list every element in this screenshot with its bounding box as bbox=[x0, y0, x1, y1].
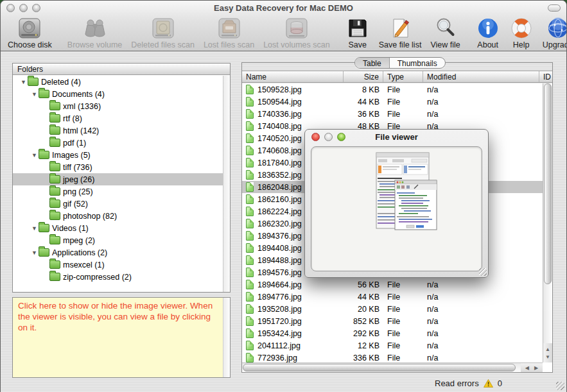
toolbar-button-browse-volume: Browse volume bbox=[63, 15, 126, 51]
file-icon bbox=[246, 341, 254, 350]
column-header-type[interactable]: Type bbox=[383, 71, 423, 82]
sidebar-item-zip-compressed-2[interactable]: zip-compressed (2) bbox=[13, 271, 223, 283]
column-header-size[interactable]: Size bbox=[344, 71, 383, 82]
file-name-cell: 772936.jpg bbox=[242, 353, 344, 362]
folders-scrollbar[interactable] bbox=[223, 76, 230, 292]
file-name: 1862048.jpg bbox=[257, 183, 302, 192]
sidebar-item-rtf-8[interactable]: rtf (8) bbox=[13, 112, 223, 124]
toolbar-button-choose-disk[interactable]: Choose disk bbox=[3, 15, 57, 51]
titlebar[interactable]: Easy Data Recovery for Mac DEMO bbox=[1, 1, 566, 15]
sidebar-item-pdf-1[interactable]: pdf (1) bbox=[13, 137, 223, 149]
folder-icon bbox=[49, 114, 60, 123]
folder-icon bbox=[49, 175, 60, 183]
sidebar-item-tiff-736[interactable]: tiff (736) bbox=[13, 161, 223, 173]
table-vertical-scrollbar[interactable] bbox=[543, 83, 552, 362]
file-name: 1836352.jpg bbox=[257, 171, 302, 180]
scroll-right-icon[interactable]: ▶ bbox=[534, 365, 538, 371]
disclosure-triangle-icon[interactable]: ▼ bbox=[30, 91, 39, 98]
sidebar-item-jpeg-26[interactable]: jpeg (26) bbox=[13, 173, 223, 185]
file-size: 20 KB bbox=[344, 305, 383, 314]
disclosure-triangle-icon[interactable]: ▼ bbox=[30, 152, 39, 158]
scrollbar-corner bbox=[543, 362, 552, 372]
table-row[interactable]: 1953424.jpg292 KBFilen/a bbox=[242, 327, 543, 339]
scroll-down-icon[interactable]: ▼ bbox=[545, 354, 550, 360]
table-row[interactable]: 2041112.jpg12 KBFilen/a bbox=[242, 339, 543, 352]
disclosure-triangle-icon[interactable]: ▼ bbox=[30, 250, 39, 256]
file-icon bbox=[246, 194, 254, 204]
scroll-left-icon[interactable]: ◀ bbox=[525, 365, 529, 371]
scroll-up-icon[interactable]: ▲ bbox=[545, 346, 550, 352]
disclosure-triangle-icon[interactable]: ▼ bbox=[19, 79, 28, 85]
vertical-scroll-thumb[interactable] bbox=[544, 83, 552, 284]
disclosure-triangle-icon[interactable]: ▼ bbox=[30, 225, 39, 232]
sidebar-item-label: xml (1336) bbox=[63, 102, 101, 111]
hard-drive-icon bbox=[17, 16, 42, 40]
table-row[interactable]: 1509544.jpg44 KBFilen/a bbox=[242, 96, 543, 108]
file-name: 1953424.jpg bbox=[257, 329, 302, 338]
folder-icon bbox=[49, 273, 60, 281]
floppy-disk-icon bbox=[345, 16, 370, 40]
toolbar-button-upgrade[interactable]: Upgrade bbox=[538, 15, 567, 51]
note-scrollbar[interactable] bbox=[223, 298, 230, 377]
table-horizontal-scrollbar[interactable] bbox=[242, 362, 521, 372]
file-viewer-titlebar[interactable]: File viewer bbox=[305, 130, 488, 144]
vertical-scroll-arrows[interactable]: ▲ ▼ bbox=[543, 343, 552, 362]
tab-thumbnails[interactable]: Thumbnails bbox=[389, 58, 445, 68]
table-row[interactable]: 772936.jpg336 KBFilen/a bbox=[242, 352, 543, 362]
file-icon bbox=[246, 231, 254, 241]
toolbar-button-help[interactable]: Help bbox=[505, 15, 538, 51]
folder-tree: ▼Deleted (4)▼Documents (4)xml (1336)rtf … bbox=[13, 76, 223, 292]
file-icon bbox=[246, 158, 254, 167]
preview-thumbnail bbox=[376, 152, 437, 243]
sidebar-item-label: mpeg (2) bbox=[63, 236, 95, 245]
toolbar-button-label: Browse volume bbox=[67, 40, 122, 49]
sidebar-item-images-5[interactable]: ▼Images (5) bbox=[13, 149, 223, 161]
sidebar-item-msexcel-1[interactable]: msexcel (1) bbox=[13, 259, 223, 271]
sidebar-item-gif-52[interactable]: gif (52) bbox=[13, 198, 223, 210]
sidebar-item-applications-2[interactable]: ▼Applications (2) bbox=[13, 246, 223, 259]
toolbar-button-save-file-list[interactable]: Save file list bbox=[374, 15, 426, 51]
sidebar-item-xml-1336[interactable]: xml (1336) bbox=[13, 100, 223, 112]
sidebar-item-photoshop-82[interactable]: photoshop (82) bbox=[13, 210, 223, 222]
column-header-id[interactable]: ID bbox=[539, 71, 552, 82]
file-name: 1740336.jpg bbox=[257, 110, 302, 119]
table-row[interactable]: 1894776.jpg44 KBFilen/a bbox=[242, 291, 543, 303]
sidebar-item-mpeg-2[interactable]: mpeg (2) bbox=[13, 234, 223, 246]
toolbar-button-view-file[interactable]: View file bbox=[426, 15, 464, 51]
pencil-page-icon bbox=[388, 16, 412, 40]
window-title: Easy Data Recovery for Mac DEMO bbox=[1, 3, 566, 13]
sidebar-item-deleted-4[interactable]: ▼Deleted (4) bbox=[13, 76, 223, 88]
file-viewer-content[interactable] bbox=[311, 146, 482, 271]
window-resize-grip[interactable] bbox=[556, 382, 564, 390]
file-icon bbox=[246, 316, 254, 326]
file-icon bbox=[246, 133, 254, 143]
table-row[interactable]: 1509528.jpg8 KBFilen/a bbox=[242, 83, 543, 96]
table-row[interactable]: 1951720.jpg852 KBFilen/a bbox=[242, 315, 543, 327]
toolbar-button-label: View file bbox=[430, 40, 460, 49]
sidebar-item-videos-1[interactable]: ▼Videos (1) bbox=[13, 222, 223, 234]
viewer-resize-grip[interactable] bbox=[479, 268, 487, 276]
table-row[interactable]: 1894664.jpg56 KBFilen/a bbox=[242, 278, 543, 291]
file-name: 1817840.jpg bbox=[257, 158, 302, 167]
sidebar-item-png-25[interactable]: png (25) bbox=[13, 185, 223, 198]
folder-icon bbox=[49, 200, 60, 208]
toolbar-toggle-button[interactable] bbox=[548, 4, 561, 12]
file-name: 1862320.jpg bbox=[257, 219, 302, 228]
horizontal-scroll-arrows[interactable]: ◀ ▶ bbox=[521, 362, 543, 372]
horizontal-scroll-thumb[interactable] bbox=[243, 364, 516, 371]
file-viewer-window[interactable]: File viewer bbox=[304, 129, 489, 278]
table-row[interactable]: 1935208.jpg20 KBFilen/a bbox=[242, 303, 543, 315]
tab-table[interactable]: Table bbox=[355, 58, 389, 68]
folder-icon bbox=[39, 90, 49, 98]
column-header-modified[interactable]: Modified bbox=[423, 71, 539, 82]
file-modified: n/a bbox=[423, 98, 539, 107]
toolbar-button-about[interactable]: About bbox=[471, 15, 505, 51]
file-type: File bbox=[383, 110, 423, 119]
sidebar-item-documents-4[interactable]: ▼Documents (4) bbox=[13, 88, 223, 100]
column-header-name[interactable]: Name bbox=[242, 71, 344, 82]
toolbar-button-save[interactable]: Save bbox=[341, 15, 374, 51]
sidebar-item-html-142[interactable]: html (142) bbox=[13, 124, 223, 137]
note-panel[interactable]: Click here to show or hide the image vie… bbox=[12, 297, 231, 378]
file-icon bbox=[246, 268, 254, 277]
table-row[interactable]: 1740336.jpg36 KBFilen/a bbox=[242, 108, 543, 120]
